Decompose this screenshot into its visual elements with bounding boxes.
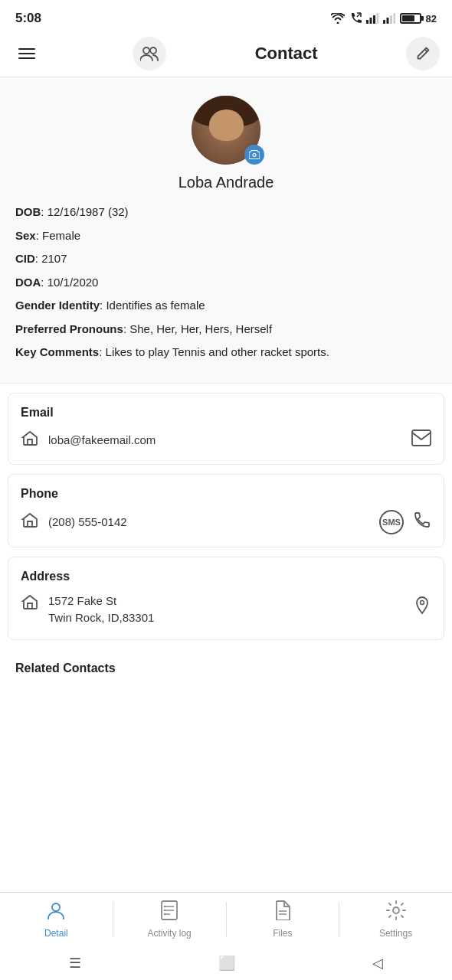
doa-row: DOA: 10/1/2020	[15, 274, 437, 292]
battery-icon	[400, 13, 421, 24]
profile-name: Loba Andrade	[15, 174, 437, 191]
gender-row: Gender Identity: Identifies as female	[15, 297, 437, 315]
tab-activity-log-icon	[160, 900, 179, 925]
svg-rect-3	[366, 20, 368, 24]
tab-files[interactable]: Files	[227, 893, 339, 946]
wifi-icon	[331, 13, 345, 24]
pronouns-row: Preferred Pronouns: She, Her, Her, Hers,…	[15, 321, 437, 338]
sex-label: Sex	[15, 229, 36, 242]
phone-value: (208) 555-0142	[48, 515, 127, 528]
svg-rect-14	[412, 430, 431, 446]
tab-activity-log[interactable]: Activity log	[113, 893, 226, 946]
menu-button[interactable]	[12, 42, 41, 65]
sex-row: Sex: Female	[15, 227, 437, 245]
edit-button[interactable]	[406, 37, 440, 70]
home-icon-address	[21, 593, 39, 616]
dob-label: DOB	[15, 205, 41, 218]
tab-detail-icon	[46, 900, 66, 925]
battery-percent: 82	[426, 13, 437, 24]
related-contacts-title: Related Contacts	[15, 662, 116, 675]
phone-card: Phone (208) 555-0142 SMS	[8, 474, 444, 547]
doa-label: DOA	[15, 276, 41, 289]
call-button[interactable]	[413, 511, 431, 534]
svg-point-22	[164, 910, 165, 911]
status-bar: 5:08	[0, 0, 452, 34]
tab-detail-label: Detail	[44, 928, 68, 939]
address-text: 1572 Fake St Twin Rock, ID,83301	[48, 593, 154, 627]
location-pin-icon	[413, 596, 431, 618]
tab-settings-label: Settings	[379, 928, 412, 939]
edit-icon	[415, 46, 431, 61]
address-line2: Twin Rock, ID,83301	[48, 609, 154, 627]
svg-rect-7	[383, 20, 385, 24]
signal-icon-2	[383, 13, 395, 24]
home-icon-email	[21, 429, 39, 452]
camera-badge[interactable]	[244, 145, 264, 165]
related-contacts-header: Related Contacts	[0, 649, 452, 681]
envelope-icon	[411, 430, 431, 446]
bottom-tabs: Detail Activity log	[0, 892, 452, 980]
phone-actions: SMS	[379, 510, 431, 534]
dob-row: DOB: 12/16/1987 (32)	[15, 204, 437, 221]
cid-value: 2107	[41, 252, 67, 265]
phone-handset-icon	[413, 511, 431, 529]
system-nav: ☰ ⬜ ◁	[0, 946, 452, 980]
tab-settings-icon	[386, 900, 406, 925]
tab-files-icon	[274, 900, 291, 925]
tab-activity-log-label: Activity log	[147, 928, 191, 939]
tab-bar: Detail Activity log	[0, 893, 452, 946]
main-content: Loba Andrade DOB: 12/16/1987 (32) Sex: F…	[0, 77, 452, 781]
svg-rect-5	[373, 15, 375, 24]
svg-point-23	[164, 913, 165, 915]
call-icon	[349, 12, 362, 24]
phone-card-title: Phone	[21, 487, 431, 501]
home-icon-phone	[21, 511, 39, 534]
comments-label: Key Comments	[15, 345, 99, 358]
dob-value: 12/16/1987 (32)	[47, 205, 129, 218]
address-line1: 1572 Fake St	[48, 593, 154, 610]
pronouns-value: She, Her, Her, Hers, Herself	[129, 322, 272, 335]
svg-point-15	[421, 601, 424, 605]
profile-section: Loba Andrade DOB: 12/16/1987 (32) Sex: F…	[0, 77, 452, 384]
svg-rect-10	[393, 13, 395, 24]
address-card-title: Address	[21, 570, 431, 583]
email-card-row: loba@fakeemail.com	[21, 429, 431, 452]
map-button[interactable]	[413, 596, 431, 622]
gender-label: Gender Identity	[15, 299, 100, 312]
status-icons: 82	[331, 12, 437, 24]
status-time: 5:08	[15, 11, 41, 26]
svg-point-21	[164, 906, 165, 907]
people-icon	[140, 45, 159, 62]
comments-row: Key Comments: Likes to play Tennis and o…	[15, 344, 437, 361]
address-card-row: 1572 Fake St Twin Rock, ID,83301	[21, 593, 431, 627]
tab-detail[interactable]: Detail	[0, 893, 113, 946]
nav-back-icon[interactable]: ◁	[372, 955, 383, 972]
page-title: Contact	[255, 44, 318, 64]
email-value: loba@fakeemail.com	[48, 433, 156, 446]
signal-icon-1	[366, 13, 378, 24]
email-action-button[interactable]	[411, 430, 431, 451]
phone-card-row: (208) 555-0142 SMS	[21, 510, 431, 534]
avatar-wrap	[15, 96, 437, 165]
svg-rect-9	[390, 15, 392, 24]
sms-button[interactable]: SMS	[379, 510, 404, 534]
email-card-title: Email	[21, 406, 431, 420]
svg-point-11	[143, 47, 149, 54]
svg-point-26	[393, 907, 399, 913]
nav-home-icon[interactable]: ⬜	[218, 955, 235, 972]
top-nav: Contact	[0, 34, 452, 77]
tab-settings[interactable]: Settings	[339, 893, 452, 946]
cid-label: CID	[15, 252, 35, 265]
svg-point-16	[52, 903, 60, 911]
doa-value: 10/1/2020	[47, 276, 99, 289]
comments-value: Likes to play Tennis and other racket sp…	[106, 345, 329, 358]
svg-point-12	[150, 47, 156, 54]
contacts-button[interactable]	[133, 37, 166, 70]
camera-icon	[249, 150, 260, 159]
cid-row: CID: 2107	[15, 250, 437, 268]
svg-point-13	[253, 154, 256, 157]
address-card: Address 1572 Fake St Twin Rock, ID,83301	[8, 557, 444, 640]
nav-menu-icon[interactable]: ☰	[69, 955, 81, 972]
svg-rect-4	[369, 18, 372, 24]
svg-rect-8	[386, 18, 388, 24]
